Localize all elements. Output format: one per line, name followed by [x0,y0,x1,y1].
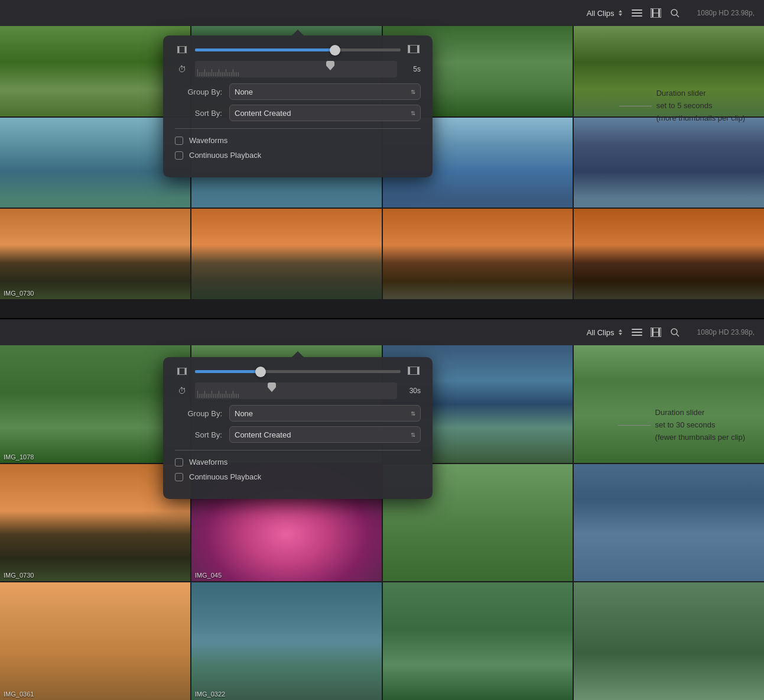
large-thumb-icon-bottom [407,367,421,377]
size-slider-thumb-top[interactable] [330,45,340,56]
grid-view-icon-top[interactable] [650,7,662,19]
duration-thumb-top[interactable] [326,61,334,72]
thumb-b4 [574,345,764,463]
waveforms-row-bottom: Waveforms [175,458,421,466]
sort-by-label-top: Sort By: [175,109,222,118]
thumb-5 [0,118,190,208]
sort-by-value-top: Content Created [235,109,291,118]
sort-by-select-bottom[interactable]: Content Created ⇅ [229,426,421,443]
svg-rect-26 [185,368,187,374]
svg-rect-5 [658,9,660,17]
group-by-select-bottom[interactable]: None ⇅ [229,405,421,422]
label-b9: IMG_0361 [4,691,34,698]
thumb-b9: IMG_0361 [0,582,190,700]
search-icon-bottom[interactable] [669,326,681,338]
thumb-b1: IMG_1078 [0,345,190,463]
continuous-playback-row-top: Continuous Playback [175,151,421,160]
duration-ticks-bottom [195,383,397,398]
annotation-bottom: Duration slider set to 30 seconds (fewer… [618,407,745,443]
top-panel: All Clips [0,0,764,319]
sort-by-select-top[interactable]: Content Created ⇅ [229,105,421,121]
group-by-label-bottom: Group By: [175,409,222,418]
panels-container: All Clips [0,0,764,700]
svg-rect-13 [408,46,410,53]
all-clips-button-top[interactable]: All Clips [587,9,624,18]
group-by-select-top[interactable]: None ⇅ [229,83,421,100]
bottom-panel: All Clips [0,319,764,700]
waveforms-checkbox-top[interactable] [175,137,183,145]
search-icon-top[interactable] [669,7,681,19]
annotation-line3-bottom: (fewer thumbnails per clip) [655,432,745,444]
small-thumb-icon-top [175,46,189,55]
svg-rect-14 [417,46,419,53]
list-icon-bottom [632,328,642,336]
waveforms-label-bottom: Waveforms [189,458,227,466]
group-by-row-bottom: Group By: None ⇅ [175,405,421,422]
group-by-value-top: None [235,88,253,96]
size-slider-track-bottom[interactable] [195,370,401,373]
annotation-line-bottom [618,425,651,426]
group-by-arrow-top: ⇅ [411,89,415,95]
annotation-line3-top: (more thumbnails per clip) [656,112,745,125]
duration-thumb-bottom[interactable] [268,383,276,393]
size-slider-thumb-bottom[interactable] [255,367,266,377]
all-clips-button-bottom[interactable]: All Clips [587,328,624,337]
magnify-icon-bottom [670,328,680,337]
svg-rect-11 [185,47,187,53]
small-thumb-icon-bottom [175,367,189,377]
size-slider-track-top[interactable] [195,48,401,51]
annotation-line1-bottom: Duration slider [655,407,745,419]
annotation-text-bottom: Duration slider set to 30 seconds (fewer… [655,407,745,443]
svg-line-8 [677,15,679,17]
list-view-icon-bottom[interactable] [631,326,643,338]
sort-by-arrow-top: ⇅ [411,110,415,116]
sort-by-row-top: Sort By: Content Created ⇅ [175,105,421,121]
label-b10: IMG_0322 [195,691,225,698]
duration-slider-row-top: ⏱ 5s [175,61,421,77]
waveforms-checkbox-bottom[interactable] [175,458,183,466]
continuous-playback-label-top: Continuous Playback [189,151,261,160]
svg-rect-1 [632,12,642,14]
thumb-b5: IMG_0730 [0,464,190,582]
filmstrip-icon [651,8,661,18]
continuous-playback-checkbox-top[interactable] [175,151,183,160]
duration-track-top[interactable] [195,61,397,77]
all-clips-label-bottom: All Clips [587,328,615,337]
popup-bottom: ⏱ 30s [163,357,433,499]
group-by-row-top: Group By: None ⇅ [175,83,421,100]
duration-thumb-body-top [326,61,334,66]
stopwatch-icon-bottom: ⏱ [175,386,189,396]
size-slider-row-top [175,45,421,55]
magnify-icon [670,8,680,18]
size-slider-fill-top [195,48,335,51]
sort-by-arrow-bottom: ⇅ [411,432,415,438]
sort-by-value-bottom: Content Created [235,430,291,439]
duration-label-bottom: 30s [403,387,421,395]
svg-rect-0 [632,9,642,11]
svg-point-22 [671,329,677,335]
label-b5: IMG_0730 [4,572,34,579]
popup-arrow-bottom [292,351,304,357]
duration-track-bottom[interactable] [195,383,397,399]
thumb-9: IMG_0730 [0,209,190,299]
thumb-b12 [574,582,764,700]
thumb-label-9: IMG_0730 [4,290,34,297]
svg-rect-10 [178,47,180,53]
svg-rect-16 [632,332,642,333]
grid-view-icon-bottom[interactable] [650,326,662,338]
svg-rect-19 [652,328,654,336]
svg-point-7 [671,9,677,15]
annotation-line2-top: set to 5 seconds [656,100,745,112]
annotation-line2-bottom: set to 30 seconds [655,419,745,432]
list-view-icon-top[interactable] [631,7,643,19]
popup-divider-top [175,128,421,129]
waveforms-label-top: Waveforms [189,136,227,145]
continuous-playback-checkbox-bottom[interactable] [175,473,183,481]
size-slider-row-bottom [175,367,421,377]
group-by-label-top: Group By: [175,88,222,96]
svg-rect-25 [178,368,180,374]
resolution-label-bottom: 1080p HD 23.98p, [697,328,755,336]
duration-slider-row-bottom: ⏱ 30s [175,383,421,399]
thumb-10 [191,209,382,299]
group-by-value-bottom: None [235,409,253,418]
